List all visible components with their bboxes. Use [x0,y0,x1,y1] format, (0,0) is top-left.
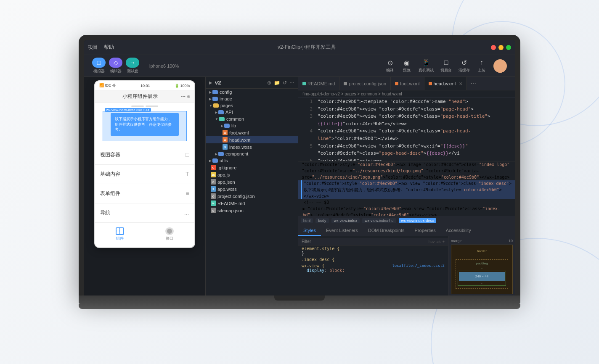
compile-button[interactable]: ⊙ 编译 [385,58,395,73]
preview-label: 预览 [403,68,411,73]
devtools-tab-dom-breakpoints[interactable]: DOM Breakpoints [363,225,410,236]
code-editor[interactable]: 1"color:#4ec9b0"><template "color:#9cdcf… [298,98,515,161]
devtools-tab-properties[interactable]: Properties [410,225,441,236]
tab-foot-wxml[interactable]: foot.wxml [391,77,424,90]
devtools-tab-styles[interactable]: Styles [298,225,321,236]
html-line: ▶ "color:#9cdcfe">style="color:#4ec9b0">… [298,206,515,216]
tree-item-component[interactable]: ▶ component [206,150,298,157]
tree-item--gitignore[interactable]: G.gitignore [206,164,298,171]
styles-filter: :hov .cls + [298,238,448,245]
simulator-button[interactable]: □ 模拟器 [92,58,106,74]
tree-item-index-wxss[interactable]: Sindex.wxss [206,143,298,150]
html-source: "color:#9cdcfe">style="color:#4ec9b0"><w… [298,161,515,216]
styles-panel: :hov .cls + element.style {}.index-desc … [298,236,448,295]
phone-menu-item[interactable]: 表单组件≡ [95,184,194,203]
file-tree-header: ▶ v2 ⊕ 📁 ↺ ⋯ [206,77,298,89]
tab-icon-project [344,82,347,85]
tree-item-lib[interactable]: ▶ lib [206,122,298,129]
background-button[interactable]: □ 切后台 [440,58,452,73]
test-button[interactable]: → 测试套 [126,58,139,74]
upload-icon: ↑ [477,58,487,67]
element-path-tag[interactable]: wx-view.index-hd [362,218,396,223]
code-line-6: 6 "color:#4ec9b0"></view> [298,157,515,161]
tab-close-head[interactable]: × [459,80,462,87]
phone-menu-list: 视图容器□基础内容T表单组件≡导航... [95,145,194,223]
nav-item-component[interactable]: 组件 [116,227,124,241]
preview-button[interactable]: ◉ 预览 [402,58,412,73]
editor-icon: ◇ [109,58,122,68]
screen-bezel: 项目 帮助 v2-FinClip小程序开发工具 □ [79,35,520,295]
element-path-tag[interactable]: wx-view.index-desc [399,218,437,223]
menu-help[interactable]: 帮助 [104,44,114,51]
simulator-icon: □ [92,58,106,68]
menu-project[interactable]: 项目 [88,44,98,51]
tab-icon-foot [395,82,398,85]
maximize-button[interactable] [506,45,511,50]
test-icon: → [126,58,139,68]
code-line-2: 2 "color:#4ec9b0"><view "color:#9cdcfe">… [298,106,515,113]
styles-filter-input[interactable] [302,239,425,244]
phone-menu-item[interactable]: 导航... [95,203,194,223]
laptop: 项目 帮助 v2-FinClip小程序开发工具 □ [79,35,520,329]
tree-item-API[interactable]: ▶ API [206,109,298,116]
window-controls [491,45,511,50]
tab-readme[interactable]: README.md [298,77,339,90]
breadcrumb: fino-applet-demo-v2 > pages > common > h… [298,90,515,98]
upload-label: 上传 [478,68,485,73]
upload-button[interactable]: ↑ 上传 [477,58,487,73]
html-line: <!-- == $0 [298,199,515,206]
compile-icon: ⊙ [385,58,395,67]
toolbar-right: ⊙ 编译 ◉ 预览 📱 真机调试 □ 切后台 [385,58,507,73]
box-model-panel: margin 10 border - padding - [448,236,515,295]
tree-item-app-wxss[interactable]: Sapp.wxss [206,185,298,193]
clear-cache-button[interactable]: ↺ 清缓存 [459,58,470,73]
tree-item-config[interactable]: ▶ config [206,89,298,95]
phone-title-bar: 小程序组件展示 ••• ⊕ [95,90,194,103]
real-device-button[interactable]: 📱 真机调试 [419,58,434,73]
tree-item-image[interactable]: ▶ image [206,95,298,102]
elements-path-bar: htmlbodywx-view.indexwx-view.index-hdwx-… [298,216,515,225]
svg-point-1 [495,68,505,73]
device-info: iphone6 100% [143,63,183,69]
clear-cache-icon: ↺ [459,58,469,67]
tree-item-project-config.json[interactable]: {}project.config.json [206,193,298,200]
tree-item-pages[interactable]: ▼ pages [206,102,298,109]
code-line-5: 5 "color:#4ec9b0"><view "color:#9cdcfe">… [298,142,515,157]
tree-item-sitemap-json[interactable]: {}sitemap.json [206,207,298,214]
tab-project-config[interactable]: project.config.json [339,77,391,90]
style-rule: element.style {} [298,245,448,256]
highlight-label: wx-view.index-desc 240 × 44 [105,108,151,112]
nav-item-interface[interactable]: 接口 [165,227,174,241]
tree-item-utils[interactable]: ▶ utils [206,157,298,164]
phone-menu-item[interactable]: 视图容器□ [95,145,194,165]
tree-item-README-md[interactable]: MREADME.md [206,200,298,207]
menu-bar: 项目 帮助 [88,44,114,51]
minimize-button[interactable] [498,45,504,50]
editor-button[interactable]: ◇ 编辑器 [109,58,122,74]
tree-item-foot-wxml[interactable]: Wfoot.wxml [206,129,298,136]
filter-hint: :hov .cls + [427,240,445,244]
device-frame: 📶 IDE 令 10:01 🔋 100% 小程序组件展示 ••• ⊕ [84,77,205,295]
file-tree-items: ▶ config▶ image▼ pages▶ API▼ common▶ lib… [206,89,298,214]
margin-value: 10 [509,239,513,243]
box-model-header: margin 10 [451,239,513,243]
phone-status-bar: 📶 IDE 令 10:01 🔋 100% [95,81,194,90]
main-content: 📶 IDE 令 10:01 🔋 100% 小程序组件展示 ••• ⊕ [84,77,515,295]
phone-menu-item[interactable]: 基础内容T [95,165,194,184]
tab-head-wxml[interactable]: head.wxml × [424,77,467,90]
devtools-tab-event-listeners[interactable]: Event Listeners [321,225,363,236]
element-path-tag[interactable]: wx-view.index [331,218,360,223]
tree-item-app-js[interactable]: JSapp.js [206,171,298,178]
element-path-tag[interactable]: html [301,218,313,223]
user-avatar[interactable] [493,59,507,73]
clear-cache-label: 清缓存 [459,68,470,73]
editor-panel: README.md project.config.json foot.wxml [298,77,515,295]
code-line-1: 1"color:#4ec9b0"><template "color:#9cdcf… [298,98,515,106]
devtools-tab-accessibility[interactable]: Accessibility [441,225,476,236]
tree-item-common[interactable]: ▼ common [206,116,298,122]
element-path-tag[interactable]: body [315,218,329,223]
tab-more-button[interactable]: ⋯ [467,80,480,87]
close-button[interactable] [491,45,496,50]
tree-item-head-wxml[interactable]: Whead.wxml [206,136,298,143]
tree-item-app-json[interactable]: {}app.json [206,178,298,185]
